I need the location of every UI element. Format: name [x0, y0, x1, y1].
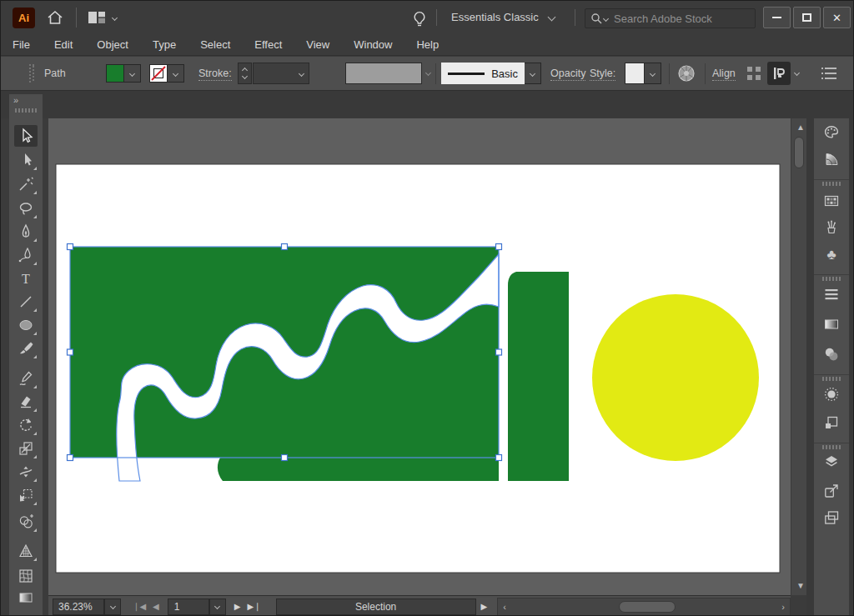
direct-selection-tool-icon[interactable]: [14, 149, 38, 171]
artboard-number-field[interactable]: 1: [168, 598, 209, 615]
first-artboard-icon[interactable]: ❘◀: [133, 602, 146, 611]
scroll-right-icon[interactable]: ›: [781, 603, 785, 611]
status-options-icon[interactable]: ▶: [481, 602, 488, 611]
panel-swatches-icon[interactable]: [822, 192, 841, 210]
recolor-artwork-button[interactable]: [677, 64, 696, 83]
zoom-dropdown-button[interactable]: [104, 598, 121, 615]
search-input[interactable]: [612, 12, 737, 26]
type-tool-icon[interactable]: T: [14, 268, 38, 289]
width-tool-icon[interactable]: [14, 461, 38, 483]
shape-builder-tool-icon[interactable]: [14, 511, 38, 533]
panel-artboards-icon[interactable]: [822, 508, 841, 527]
discover-lightbulb-icon[interactable]: [412, 9, 427, 28]
arrange-documents-button[interactable]: [88, 11, 117, 24]
paintbrush-tool-icon[interactable]: [14, 338, 38, 359]
panel-symbols-icon[interactable]: ♣: [822, 245, 841, 263]
panel-graphic-styles-icon[interactable]: [822, 413, 841, 432]
workspace-switcher[interactable]: Essentials Classic: [451, 11, 555, 23]
green-shape-back-column[interactable]: [508, 272, 569, 481]
menu-item-select[interactable]: Select: [200, 38, 230, 51]
menu-item-object[interactable]: Object: [97, 38, 128, 51]
align-label[interactable]: Align: [712, 68, 736, 81]
panel-transparency-icon[interactable]: [822, 345, 841, 363]
selection-handle[interactable]: [68, 455, 73, 461]
align-to-selection-button[interactable]: [767, 62, 791, 85]
horizontal-scrollbar[interactable]: ‹ ›: [497, 598, 791, 616]
stroke-color-dropdown[interactable]: [149, 64, 184, 83]
vertical-scroll-thumb[interactable]: [794, 137, 804, 168]
curvature-tool-icon[interactable]: [14, 244, 38, 266]
panel-group-drag-handle[interactable]: [814, 179, 849, 188]
selection-handle[interactable]: [496, 244, 502, 250]
panel-asset-export-icon[interactable]: [822, 482, 841, 500]
scroll-down-icon[interactable]: ▼: [796, 582, 805, 590]
stroke-weight-stepper[interactable]: [238, 63, 252, 84]
canvas-area[interactable]: [48, 118, 791, 595]
magic-wand-tool-icon[interactable]: [14, 173, 38, 195]
vertical-scrollbar[interactable]: ▲ ▼: [791, 118, 806, 595]
green-shape-back-strip[interactable]: [218, 458, 499, 481]
panel-brushes-icon[interactable]: [822, 218, 841, 237]
panel-color-icon[interactable]: [822, 123, 841, 142]
panel-drag-handle[interactable]: [29, 64, 34, 83]
gradient-tool-icon[interactable]: [14, 587, 38, 608]
minimize-button[interactable]: [763, 7, 791, 28]
graphic-style-dropdown[interactable]: [625, 63, 661, 84]
panel-stroke-icon[interactable]: [822, 285, 841, 303]
panel-group-drag-handle[interactable]: [814, 443, 849, 451]
opacity-label[interactable]: Opacity: [550, 68, 585, 81]
ellipse-tool-icon[interactable]: [14, 314, 38, 336]
panel-appearance-icon[interactable]: [822, 385, 841, 403]
panel-group-drag-handle[interactable]: [814, 374, 849, 383]
scroll-up-icon[interactable]: ▲: [796, 123, 805, 132]
next-artboard-icon[interactable]: ▶: [234, 602, 241, 611]
line-segment-tool-icon[interactable]: [14, 291, 38, 313]
home-icon[interactable]: [46, 8, 64, 27]
horizontal-scroll-thumb[interactable]: [619, 601, 676, 613]
selection-handle[interactable]: [68, 244, 73, 250]
menu-item-edit[interactable]: Edit: [54, 38, 73, 51]
shaper-tool-icon[interactable]: [14, 368, 38, 389]
panel-drag-handle[interactable]: [15, 108, 37, 113]
stroke-none-swatch[interactable]: [149, 64, 168, 83]
scroll-left-icon[interactable]: ‹: [503, 603, 506, 611]
panel-gradient-icon[interactable]: [822, 315, 841, 333]
align-objects-icon[interactable]: [746, 65, 762, 82]
close-button[interactable]: ✕: [823, 7, 851, 28]
pen-tool-icon[interactable]: [14, 221, 38, 243]
rotate-tool-icon[interactable]: [14, 414, 38, 436]
options-menu-icon[interactable]: [821, 66, 837, 81]
previous-artboard-icon[interactable]: ◀: [153, 602, 159, 611]
fill-swatch[interactable]: [106, 64, 124, 83]
last-artboard-icon[interactable]: ▶❘: [247, 602, 260, 611]
lasso-tool-icon[interactable]: [14, 198, 38, 219]
menu-item-type[interactable]: Type: [153, 38, 176, 51]
expand-tools-icon[interactable]: »: [13, 95, 18, 105]
artboard-dropdown-button[interactable]: [209, 598, 226, 615]
yellow-circle-shape[interactable]: [592, 294, 759, 461]
brush-definition-dropdown[interactable]: Basic: [441, 63, 541, 84]
scale-tool-icon[interactable]: [14, 438, 38, 459]
menu-item-help[interactable]: Help: [416, 38, 439, 51]
selection-handle[interactable]: [496, 349, 502, 355]
fill-color-dropdown[interactable]: [106, 64, 141, 83]
stroke-label[interactable]: Stroke:: [198, 68, 232, 81]
app-logo-icon[interactable]: Ai: [13, 8, 35, 28]
selection-handle[interactable]: [68, 349, 73, 355]
mesh-tool-icon[interactable]: [14, 565, 38, 587]
menu-item-view[interactable]: View: [306, 38, 329, 51]
perspective-grid-tool-icon[interactable]: [14, 540, 38, 562]
panel-layers-icon[interactable]: [822, 453, 841, 471]
width-profile-dropdown[interactable]: [345, 63, 422, 84]
free-transform-tool-icon[interactable]: [14, 484, 38, 506]
menu-item-file[interactable]: File: [13, 38, 30, 51]
menu-item-window[interactable]: Window: [354, 38, 392, 51]
selection-handle[interactable]: [282, 455, 288, 461]
panel-group-drag-handle[interactable]: [814, 274, 849, 283]
maximize-button[interactable]: [793, 7, 821, 28]
style-label[interactable]: Style:: [590, 68, 615, 81]
zoom-level-field[interactable]: 36.23%: [53, 598, 104, 615]
selection-handle[interactable]: [496, 455, 502, 461]
menu-item-effect[interactable]: Effect: [254, 38, 282, 51]
panel-color-guide-icon[interactable]: [822, 150, 841, 168]
